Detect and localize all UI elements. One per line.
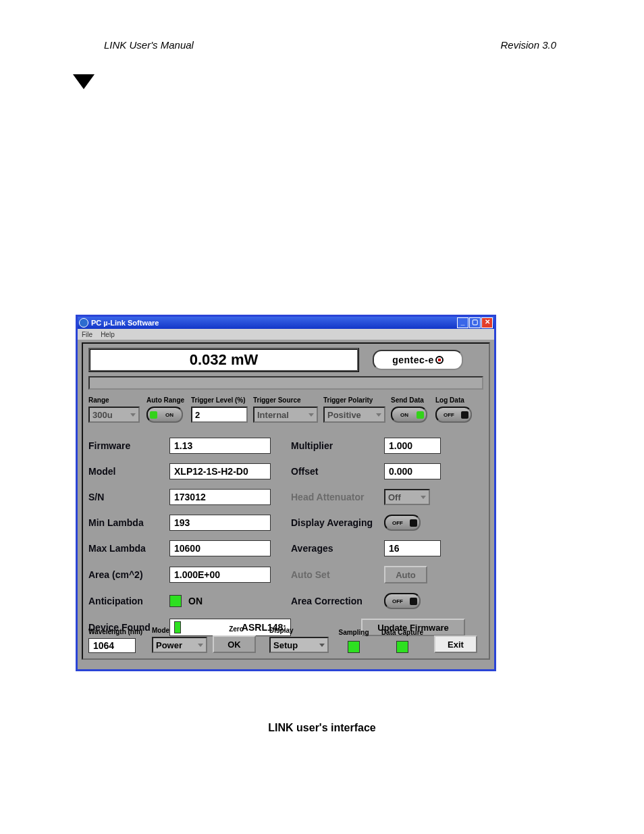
disp-avg-label: Display Averaging [291, 517, 384, 528]
log-data-label: Log Data [435, 396, 471, 405]
auto-range-state: ON [159, 412, 180, 418]
log-data-state: OFF [439, 412, 459, 418]
mode-label: Mode [152, 627, 203, 635]
auto-set-button[interactable]: Auto [384, 566, 427, 583]
area-corr-label: Area Correction [291, 596, 384, 606]
head-atten-label: Head Attenuator [291, 492, 384, 502]
anticipation-state: ON [188, 596, 203, 606]
data-capture-label: Data Capture [381, 629, 423, 637]
sn-value: 173012 [169, 489, 271, 505]
display-dropdown[interactable]: Setup [269, 637, 329, 653]
wavelength-input[interactable]: 1064 [88, 638, 136, 653]
menu-help[interactable]: Help [101, 331, 115, 338]
max-lambda-value: 10600 [169, 540, 271, 556]
led-icon [169, 595, 182, 607]
offset-label: Offset [291, 466, 384, 477]
auto-range-toggle[interactable]: ON [146, 407, 183, 423]
trigger-level-input[interactable]: 2 [191, 407, 248, 423]
trigger-polarity-label: Trigger Polarity [323, 396, 381, 405]
sampling-led-icon[interactable] [348, 641, 360, 653]
zero-label: Zero [213, 625, 260, 633]
menu-bar: File Help [78, 329, 494, 340]
logo-dot-icon [435, 356, 444, 364]
figure-caption: LINK user's interface [0, 722, 644, 734]
anticipation-toggle[interactable]: ON [169, 595, 271, 607]
trigger-source-dropdown[interactable]: Internal [253, 407, 318, 423]
send-data-state: ON [394, 412, 414, 418]
averages-label: Averages [291, 543, 384, 554]
toggle-knob-icon [410, 519, 417, 527]
menu-file[interactable]: File [82, 331, 92, 338]
doc-title-left: LINK User's Manual [104, 39, 194, 51]
anticipation-label: Anticipation [88, 596, 169, 606]
toggle-knob-icon [410, 598, 417, 605]
auto-set-label: Auto Set [291, 569, 384, 580]
exit-button[interactable]: Exit [434, 635, 477, 653]
min-lambda-value: 193 [169, 515, 271, 531]
toggle-knob-icon [417, 411, 424, 419]
head-atten-dropdown[interactable]: Off [384, 489, 430, 505]
title-bar[interactable]: PC µ-Link Software _ ▢ ✕ [78, 317, 494, 329]
progress-bar [88, 376, 483, 390]
main-panel: 0.032 mW gentec-e Range 300u Auto Range … [82, 342, 490, 660]
model-label: Model [88, 466, 169, 477]
app-window: PC µ-Link Software _ ▢ ✕ File Help 0.032… [76, 315, 496, 671]
area-corr-toggle[interactable]: OFF [384, 593, 421, 609]
app-icon [79, 318, 88, 328]
display-label: Display [269, 627, 327, 635]
trigger-level-label: Trigger Level (%) [191, 396, 244, 405]
sampling-label: Sampling [338, 629, 369, 637]
trigger-polarity-dropdown[interactable]: Positive [323, 407, 385, 423]
zero-ok-button[interactable]: OK [213, 635, 256, 653]
sn-label: S/N [88, 492, 169, 502]
max-lambda-label: Max Lambda [88, 543, 169, 554]
toggle-knob-icon [150, 411, 157, 419]
data-capture-led-icon[interactable] [396, 641, 408, 653]
maximize-button[interactable]: ▢ [469, 317, 481, 328]
close-button[interactable]: ✕ [481, 317, 493, 328]
range-label: Range [88, 396, 137, 405]
range-dropdown[interactable]: 300u [88, 407, 140, 423]
window-title: PC µ-Link Software [91, 319, 159, 327]
brand-logo: gentec-e [373, 350, 463, 370]
disp-avg-state: OFF [387, 520, 408, 526]
brand-text: gentec-e [392, 355, 434, 365]
wavelength-label: Wavelength (nm) [88, 628, 142, 636]
min-lambda-label: Min Lambda [88, 517, 169, 528]
log-data-toggle[interactable]: OFF [435, 407, 472, 423]
send-data-toggle[interactable]: ON [391, 407, 427, 423]
disp-avg-toggle[interactable]: OFF [384, 515, 421, 531]
send-data-label: Send Data [391, 396, 426, 405]
model-value: XLP12-1S-H2-D0 [169, 463, 271, 479]
mode-dropdown[interactable]: Power [152, 637, 207, 653]
triangle-down-icon [73, 74, 95, 89]
offset-input[interactable]: 0.000 [384, 463, 441, 479]
measurement-display: 0.032 mW [88, 348, 359, 372]
doc-title-right: Revision 3.0 [500, 39, 556, 51]
auto-range-label: Auto Range [146, 396, 182, 405]
averages-input[interactable]: 16 [384, 540, 441, 556]
firmware-label: Firmware [88, 440, 169, 451]
firmware-value: 1.13 [169, 438, 271, 454]
multiplier-label: Multiplier [291, 440, 384, 451]
area-value: 1.000E+00 [169, 567, 271, 583]
area-corr-state: OFF [387, 598, 408, 604]
trigger-source-label: Trigger Source [253, 396, 314, 405]
minimize-button[interactable]: _ [457, 317, 468, 328]
toggle-knob-icon [461, 411, 468, 419]
multiplier-input[interactable]: 1.000 [384, 438, 441, 454]
area-label: Area (cm^2) [88, 569, 169, 580]
display-value: Setup [273, 640, 298, 650]
